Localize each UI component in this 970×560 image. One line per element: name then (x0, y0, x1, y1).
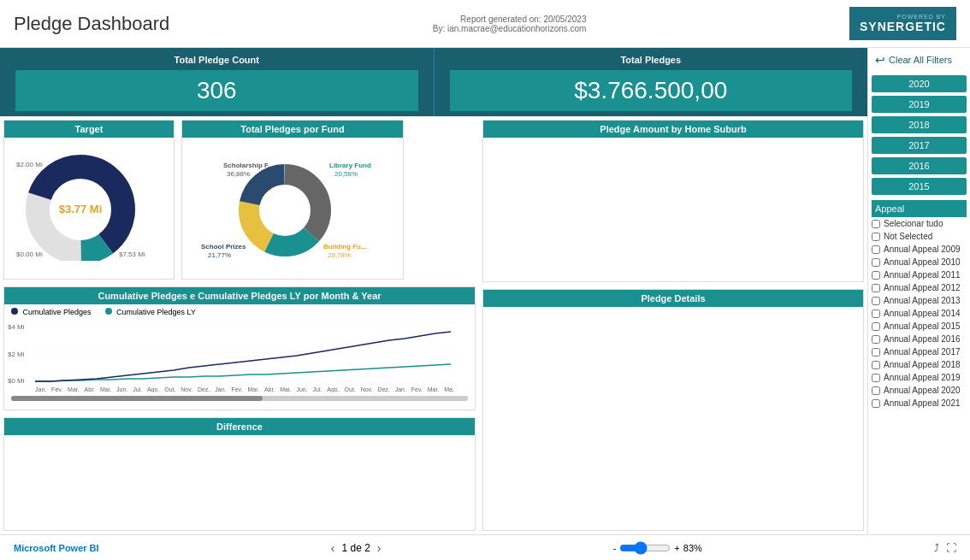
svg-point-11 (261, 186, 309, 234)
appeal-item-2[interactable]: Annual Appeal 2009 (872, 243, 967, 256)
main-container: Pledge Dashboard Report generated on: 20… (0, 0, 970, 560)
left-charts: Target $3.77 Mi (0, 116, 479, 534)
undo-icon: ↩ (875, 53, 885, 67)
fund-header: Total Pledges por Fund (182, 121, 403, 138)
zoom-minus[interactable]: - (613, 543, 617, 553)
appeal-item-11[interactable]: Annual Appeal 2018 (872, 358, 967, 371)
appeal-checkbox-11[interactable] (872, 361, 880, 369)
next-page-button[interactable]: › (377, 541, 381, 555)
legend-item-2: Cumulative Pledges LY (105, 308, 196, 316)
zoom-slider[interactable] (619, 541, 671, 555)
appeal-checkbox-14[interactable] (872, 399, 880, 408)
svg-text:$3.77 Mi: $3.77 Mi (59, 203, 103, 215)
svg-text:20,78%: 20,78% (328, 251, 351, 259)
appeal-item-9[interactable]: Annual Appeal 2016 (872, 333, 967, 345)
appeal-item-7[interactable]: Annual Appeal 2014 (872, 307, 967, 320)
powerbi-link[interactable]: Microsoft Power BI (14, 543, 99, 553)
appeal-item-6[interactable]: Annual Appeal 2013 (872, 294, 967, 307)
appeal-checkbox-1[interactable] (872, 233, 880, 241)
right-panel: ↩ Clear All Filters 20202019201820172016… (867, 48, 970, 534)
pledge-count-label: Total Pledge Count (14, 51, 420, 68)
main-charts: Target $3.77 Mi (0, 116, 867, 534)
svg-text:Library Fund: Library Fund (329, 162, 371, 169)
prev-page-button[interactable]: ‹ (331, 541, 335, 555)
appeal-checkbox-7[interactable] (872, 309, 880, 318)
legend: Cumulative Pledges Cumulative Pledges LY (4, 304, 475, 320)
zoom-value: 83% (683, 543, 702, 553)
difference-panel: Difference (3, 417, 476, 531)
appeal-checkbox-13[interactable] (872, 386, 880, 395)
appeal-checkbox-8[interactable] (872, 322, 880, 331)
year-btn-2015[interactable]: 2015 (872, 178, 967, 195)
legend-item-1: Cumulative Pledges (11, 308, 92, 316)
appeal-item-12[interactable]: Annual Appeal 2019 (872, 371, 967, 384)
stats-row: Total Pledge Count 306 Total Pledges $3.… (0, 48, 867, 116)
total-pledges-label: Total Pledges (448, 51, 855, 68)
appeal-item-8[interactable]: Annual Appeal 2015 (872, 320, 967, 333)
appeal-item-14[interactable]: Annual Appeal 2021 (872, 397, 967, 410)
dashboard: Total Pledge Count 306 Total Pledges $3.… (0, 48, 867, 534)
difference-header: Difference (4, 418, 475, 435)
page-indicator: 1 de 2 (341, 542, 370, 554)
appeal-item-0[interactable]: Selecionar tudo (872, 217, 967, 230)
appeal-checkbox-10[interactable] (872, 348, 880, 357)
zoom-control: - + 83% (613, 541, 702, 555)
year-btn-2016[interactable]: 2016 (872, 157, 967, 174)
year-btn-2020[interactable]: 2020 (872, 75, 967, 92)
report-info: Report generated on: 20/05/2023 By: ian.… (433, 15, 587, 33)
clear-filters-button[interactable]: ↩ Clear All Filters (872, 51, 967, 68)
appeal-item-10[interactable]: Annual Appeal 2017 (872, 345, 967, 358)
share-icon[interactable]: ⤴ (934, 542, 939, 554)
appeal-item-13[interactable]: Annual Appeal 2020 (872, 384, 967, 397)
svg-text:School Prizes: School Prizes (201, 243, 246, 251)
content-area: Total Pledge Count 306 Total Pledges $3.… (0, 48, 970, 534)
cumulative-header: Cumulative Pledges e Cumulative Pledges … (4, 287, 475, 304)
zoom-plus[interactable]: + (674, 543, 679, 553)
pagination: ‹ 1 de 2 › (331, 541, 381, 555)
line-chart-container: $4 Mi $2 Mi $0 Mi (4, 320, 475, 392)
svg-text:$2.00 Mi: $2.00 Mi (16, 161, 43, 168)
appeal-header: Appeal (872, 200, 967, 217)
appeal-item-5[interactable]: Annual Appeal 2012 (872, 281, 967, 294)
footer-icons: ⤴ ⛶ (934, 542, 956, 554)
footer: Microsoft Power BI ‹ 1 de 2 › - + 83% ⤴ … (0, 534, 970, 560)
target-header: Target (4, 121, 174, 138)
appeal-item-1[interactable]: Not Selected (872, 230, 967, 243)
suburb-header: Pledge Amount by Home Suburb (483, 121, 863, 138)
svg-text:20,58%: 20,58% (334, 170, 358, 178)
appeal-checkbox-0[interactable] (872, 220, 880, 228)
appeal-item-3[interactable]: Annual Appeal 2010 (872, 256, 967, 268)
target-panel: Target $3.77 Mi (3, 120, 174, 280)
svg-text:$7.53 Mi: $7.53 Mi (119, 251, 145, 258)
appeal-items: Selecionar tudoNot SelectedAnnual Appeal… (872, 217, 967, 410)
appeal-checkbox-12[interactable] (872, 374, 880, 382)
appeal-checkbox-5[interactable] (872, 284, 880, 292)
x-axis-labels: Jan. Fev. Mar. Abr. Mai. Jun. Jul. Ago. … (35, 386, 454, 392)
fund-panel: Total Pledges por Fund (181, 120, 404, 280)
svg-text:Building Fu...: Building Fu... (323, 243, 367, 251)
appeal-checkbox-3[interactable] (872, 258, 880, 267)
header: Pledge Dashboard Report generated on: 20… (0, 0, 970, 48)
appeal-item-4[interactable]: Annual Appeal 2011 (872, 268, 967, 281)
appeal-checkbox-4[interactable] (872, 271, 880, 280)
appeal-checkbox-2[interactable] (872, 245, 880, 254)
svg-text:36,88%: 36,88% (227, 170, 250, 178)
pledge-count-cell: Total Pledge Count 306 (0, 48, 434, 116)
year-btn-2019[interactable]: 2019 (872, 96, 967, 113)
target-donut-svg: $3.77 Mi $0.00 Mi $7.53 Mi $2.00 Mi (8, 141, 153, 261)
legend-dot-1 (11, 308, 18, 315)
line-chart-svg (35, 321, 454, 383)
chart-scrollbar[interactable] (4, 394, 475, 403)
total-pledges-value: $3.766.500,00 (450, 70, 853, 111)
appeal-checkbox-9[interactable] (872, 335, 880, 344)
year-btn-2017[interactable]: 2017 (872, 137, 967, 154)
year-btn-2018[interactable]: 2018 (872, 116, 967, 133)
cumulative-panel: Cumulative Pledges e Cumulative Pledges … (3, 286, 476, 410)
synergetic-logo: POWERED BY SYNERGETIC (849, 7, 956, 40)
svg-text:Scholarship F...: Scholarship F... (223, 162, 274, 169)
appeal-checkbox-6[interactable] (872, 297, 880, 305)
expand-icon[interactable]: ⛶ (946, 542, 956, 554)
right-charts: Pledge Amount by Home Suburb Pledge Deta… (479, 116, 867, 534)
svg-text:$0.00 Mi: $0.00 Mi (16, 251, 43, 258)
svg-text:21,77%: 21,77% (208, 251, 231, 259)
